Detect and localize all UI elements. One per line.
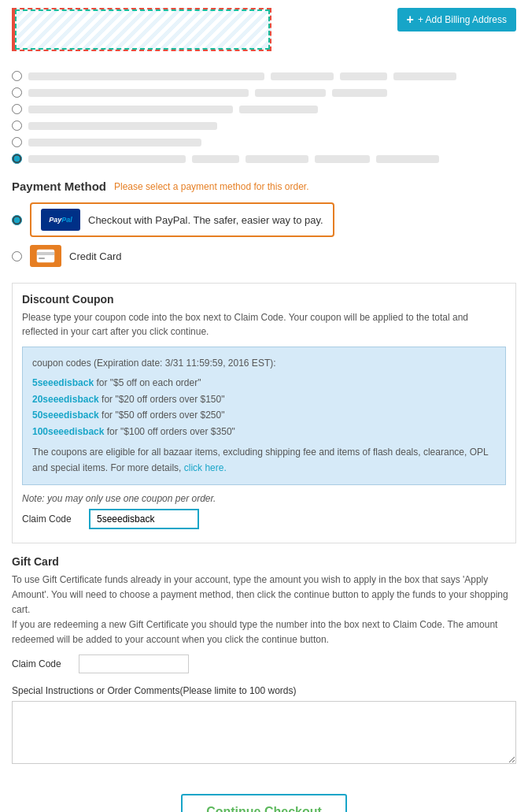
- coupon-code-4: 100seeedisback: [32, 426, 104, 437]
- address-text-1: [28, 72, 264, 80]
- address-radio-1[interactable]: [12, 71, 22, 81]
- paypal-radio[interactable]: [12, 215, 22, 225]
- address-radio-5[interactable]: [12, 137, 22, 147]
- address-option-6[interactable]: [12, 154, 516, 164]
- paypal-option-box: PayPal Checkout with PayPal. The safer, …: [30, 202, 334, 237]
- coupon-note: Note: you may only use one coupon per or…: [22, 493, 506, 504]
- coupon-claim-row: Claim Code: [22, 509, 506, 529]
- discount-coupon-description: Please type your coupon code into the bo…: [22, 310, 506, 339]
- coupon-code-3: 50seeedisback: [32, 410, 99, 421]
- address-option-2[interactable]: [12, 87, 516, 98]
- address-radio-2[interactable]: [12, 87, 22, 98]
- special-instructions-textarea[interactable]: [12, 701, 516, 764]
- continue-checkout-container: Continue Checkout: [12, 778, 516, 812]
- svg-rect-1: [37, 252, 54, 255]
- credit-card-radio[interactable]: [12, 251, 22, 261]
- svg-rect-0: [37, 250, 54, 262]
- address-radio-3[interactable]: [12, 104, 22, 114]
- credit-card-payment-option[interactable]: Credit Card: [12, 245, 516, 267]
- coupon-item-4: 100seeedisback for "$100 off orders over…: [32, 424, 496, 439]
- gift-card-description: To use Gift Certificate funds already in…: [12, 573, 516, 648]
- address-option-5[interactable]: [12, 137, 516, 147]
- credit-card-icon: [30, 245, 61, 267]
- coupon-info-box: coupon codes (Expiration date: 3/31 11:5…: [22, 347, 506, 485]
- coupon-code-2: 20seeedisback: [32, 394, 99, 405]
- coupon-code-1: 5seeedisback: [32, 377, 94, 388]
- payment-method-header: Payment Method Please select a payment m…: [12, 176, 516, 193]
- gift-card-section: Gift Card To use Gift Certificate funds …: [12, 555, 516, 673]
- special-instructions-section: Special Instructions or Order Comments(P…: [12, 685, 516, 766]
- payment-method-warning: Please select a payment method for this …: [114, 181, 308, 192]
- address-radio-6[interactable]: [12, 154, 22, 164]
- svg-rect-2: [39, 258, 45, 259]
- payment-options-container: PayPal Checkout with PayPal. The safer, …: [12, 202, 516, 267]
- address-section: + Add Billing Address: [12, 8, 516, 63]
- discount-coupon-section: Discount Coupon Please type your coupon …: [12, 283, 516, 543]
- coupon-expiration-note: coupon codes (Expiration date: 3/31 11:5…: [32, 355, 496, 371]
- address-option-1[interactable]: [12, 71, 516, 81]
- coupon-item-3: 50seeedisback for "$50 off orders over $…: [32, 407, 496, 423]
- coupon-claim-label: Claim Code: [22, 514, 81, 525]
- address-options-list: [12, 71, 516, 164]
- paypal-label: Checkout with PayPal. The safer, easier …: [88, 214, 323, 226]
- address-radio-4[interactable]: [12, 121, 22, 131]
- paypal-payment-option[interactable]: PayPal Checkout with PayPal. The safer, …: [12, 202, 516, 237]
- coupon-desc-1: for "$5 off on each order": [96, 377, 201, 388]
- paypal-logo: PayPal: [41, 209, 80, 231]
- coupon-claim-input[interactable]: [89, 509, 199, 529]
- coupon-item-1: 5seeedisback for "$5 off on each order": [32, 375, 496, 391]
- discount-coupon-title: Discount Coupon: [22, 293, 506, 306]
- add-billing-button[interactable]: + Add Billing Address: [397, 8, 516, 32]
- payment-method-title: Payment Method: [12, 180, 106, 193]
- coupon-desc-2: for "$20 off orders over $150": [102, 394, 224, 405]
- coupon-item-2: 20seeedisback for "$20 off orders over $…: [32, 391, 496, 407]
- gift-claim-label: Claim Code: [12, 658, 71, 669]
- gift-claim-row: Claim Code: [12, 654, 516, 673]
- coupon-list: 5seeedisback for "$5 off on each order" …: [32, 375, 496, 439]
- address-display-box: [12, 8, 271, 51]
- credit-card-label: Credit Card: [69, 250, 121, 262]
- address-option-3[interactable]: [12, 104, 516, 114]
- special-instructions-label: Special Instructions or Order Comments(P…: [12, 685, 516, 696]
- coupon-desc-3: for "$50 off orders over $250": [102, 410, 224, 421]
- coupon-eligibility: The coupons are eligible for all bazaar …: [32, 444, 496, 476]
- gift-claim-input[interactable]: [79, 654, 189, 673]
- click-here-link[interactable]: click here.: [184, 462, 227, 473]
- coupon-desc-4: for "$100 off orders over $350": [107, 426, 235, 437]
- address-option-4[interactable]: [12, 121, 516, 131]
- continue-checkout-button[interactable]: Continue Checkout: [181, 794, 347, 812]
- gift-card-title: Gift Card: [12, 555, 516, 568]
